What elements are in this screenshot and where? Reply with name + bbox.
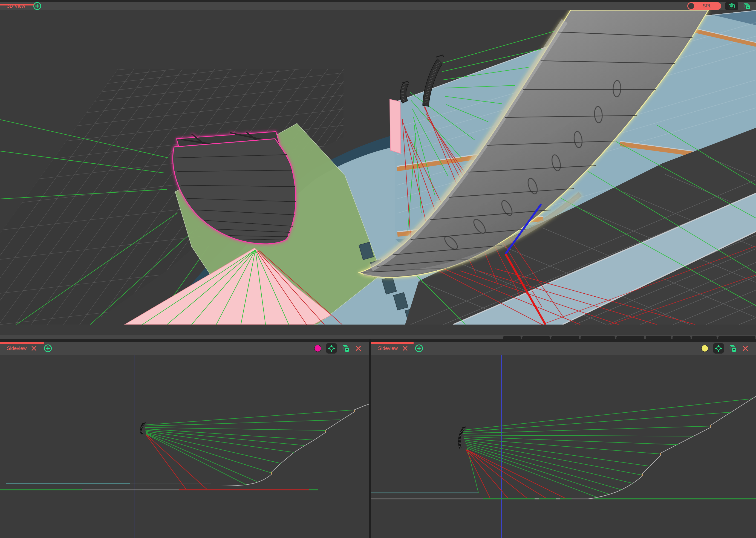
crosshair-icon xyxy=(328,345,335,352)
close-view-button[interactable] xyxy=(741,345,749,352)
close-tab-button[interactable] xyxy=(402,345,409,352)
green-rays xyxy=(462,399,752,497)
plus-circle-icon xyxy=(43,344,52,353)
panel-top-strip xyxy=(0,339,369,342)
panel-divider[interactable] xyxy=(369,339,371,538)
spl-toggle-knob xyxy=(688,3,694,9)
duplicate-view-button[interactable] xyxy=(729,344,737,353)
3d-scene xyxy=(0,10,756,325)
snapshot-button[interactable] xyxy=(725,2,738,10)
recenter-button[interactable] xyxy=(326,343,337,353)
spl-toggle[interactable]: SPL xyxy=(687,2,721,10)
green-rays xyxy=(144,410,353,485)
3d-viewport[interactable]: Mics Overview On Stage Walkway SR Upper … xyxy=(0,10,756,325)
bottom-panels: Sideview xyxy=(0,339,756,538)
sideview-left-drawing xyxy=(0,355,369,538)
pink-plane xyxy=(390,99,401,153)
sideview-right-drawing xyxy=(371,355,756,538)
panel-top-strip xyxy=(371,339,756,342)
duplicate-view-button[interactable] xyxy=(742,1,751,11)
sideview-left-header: Sideview xyxy=(0,342,369,355)
spl-toggle-label: SPL xyxy=(703,3,711,9)
duplicate-layers-icon xyxy=(342,344,350,352)
close-icon xyxy=(742,345,749,352)
tab-active-indicator xyxy=(371,342,413,344)
add-view-button[interactable] xyxy=(415,344,423,353)
sideview-right-header: Sideview xyxy=(371,342,756,355)
sideview-panel-left: Sideview xyxy=(0,339,369,538)
application-window: 3D View SPL xyxy=(0,0,756,538)
close-view-button[interactable] xyxy=(354,345,362,352)
sideview-left-view[interactable] xyxy=(0,355,369,538)
red-rays xyxy=(466,449,566,498)
tab-sideview[interactable]: Sideview xyxy=(0,346,27,351)
tab-active-indicator xyxy=(0,342,44,344)
plus-circle-icon xyxy=(415,344,423,353)
duplicate-layers-icon xyxy=(743,2,751,10)
add-view-button[interactable] xyxy=(33,2,42,10)
view-color-indicator[interactable] xyxy=(314,345,322,352)
tab-sideview[interactable]: Sideview xyxy=(371,346,398,351)
close-icon xyxy=(402,345,408,351)
tab-active-indicator xyxy=(0,4,34,6)
duplicate-view-button[interactable] xyxy=(341,344,350,353)
close-icon xyxy=(355,345,362,352)
crosshair-icon xyxy=(715,345,722,352)
add-view-button[interactable] xyxy=(43,344,52,353)
sideview-panel-right: Sideview xyxy=(371,339,756,538)
line-array-glyph xyxy=(141,423,146,434)
3d-view-toolbar: 3D View SPL xyxy=(0,0,756,10)
duplicate-layers-icon xyxy=(729,344,737,352)
plus-circle-icon xyxy=(33,2,42,10)
close-icon xyxy=(31,345,37,351)
close-tab-button[interactable] xyxy=(30,345,37,352)
recenter-button[interactable] xyxy=(713,343,724,353)
camera-icon xyxy=(728,2,735,10)
sideview-right-view[interactable] xyxy=(371,355,756,538)
toolbar-top-strip xyxy=(0,0,756,2)
view-color-indicator[interactable] xyxy=(701,345,709,352)
venue-profile xyxy=(588,396,756,499)
